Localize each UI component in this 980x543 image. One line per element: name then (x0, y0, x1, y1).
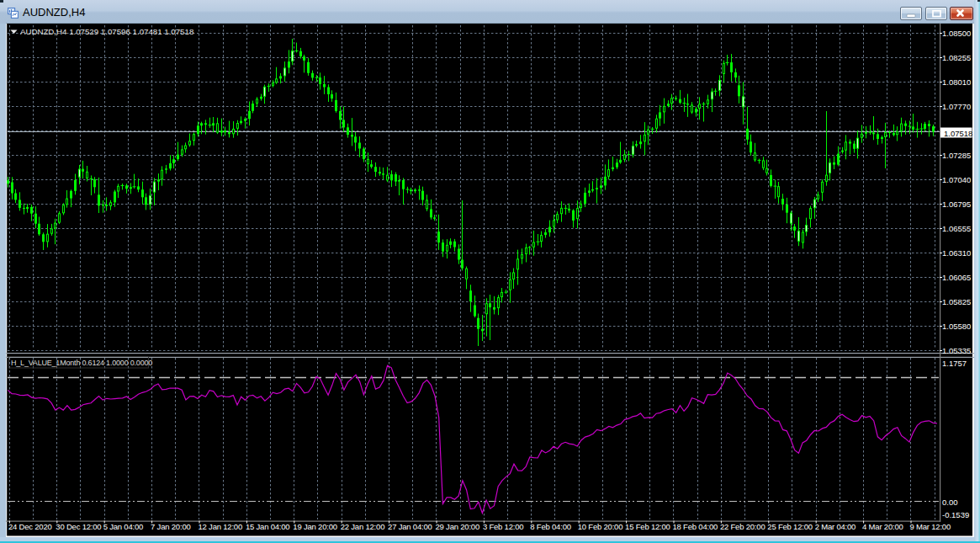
svg-text:1.05580: 1.05580 (942, 322, 971, 331)
svg-text:25 Feb 12:00: 25 Feb 12:00 (767, 522, 813, 531)
svg-text:1.06795: 1.06795 (942, 200, 971, 209)
svg-text:7 Jan 20:00: 7 Jan 20:00 (151, 522, 190, 531)
svg-text:1.08255: 1.08255 (942, 53, 971, 62)
svg-text:9 Mar 12:00: 9 Mar 12:00 (910, 522, 951, 531)
svg-text:22 Jan 12:00: 22 Jan 12:00 (341, 522, 385, 531)
svg-text:22 Feb 20:00: 22 Feb 20:00 (720, 522, 765, 531)
svg-text:1.07770: 1.07770 (942, 102, 971, 111)
svg-text:AUDNZD,H4 1.07529 1.07596 1.0: AUDNZD,H4 1.07529 1.07596 1.07481 1.0751… (20, 27, 193, 36)
svg-text:1.06065: 1.06065 (942, 273, 971, 282)
svg-text:H_L_VALUE_1Month 0.6124 1.0000: H_L_VALUE_1Month 0.6124 1.0000 0.0000 (11, 359, 152, 367)
svg-text:1.05825: 1.05825 (942, 297, 971, 306)
svg-text:0.00: 0.00 (942, 498, 958, 507)
svg-text:30 Dec 12:00: 30 Dec 12:00 (56, 522, 101, 531)
svg-text:1.08010: 1.08010 (942, 77, 971, 87)
svg-text:1.1757: 1.1757 (942, 359, 967, 368)
svg-text:1.07040: 1.07040 (942, 175, 971, 184)
svg-text:1.05335: 1.05335 (942, 346, 971, 355)
svg-text:18 Feb 04:00: 18 Feb 04:00 (673, 522, 718, 531)
svg-text:15 Feb 12:00: 15 Feb 12:00 (625, 522, 670, 531)
svg-text:24 Dec 2020: 24 Dec 2020 (8, 522, 52, 531)
svg-text:3 Feb 12:00: 3 Feb 12:00 (483, 522, 524, 531)
svg-text:4 Mar 20:00: 4 Mar 20:00 (862, 522, 903, 531)
svg-text:1.07518: 1.07518 (944, 129, 972, 138)
svg-text:1.07285: 1.07285 (942, 151, 971, 160)
svg-text:5 Jan 04:00: 5 Jan 04:00 (103, 522, 143, 531)
svg-text:2 Mar 04:00: 2 Mar 04:00 (815, 522, 856, 531)
svg-text:15 Jan 04:00: 15 Jan 04:00 (246, 522, 290, 531)
svg-text:12 Jan 12:00: 12 Jan 12:00 (199, 522, 243, 531)
svg-text:1.06555: 1.06555 (942, 224, 971, 233)
svg-text:29 Jan 20:00: 29 Jan 20:00 (436, 522, 480, 531)
svg-text:10 Feb 20:00: 10 Feb 20:00 (578, 522, 623, 531)
svg-text:8 Feb 04:00: 8 Feb 04:00 (530, 522, 571, 531)
svg-text:1.08500: 1.08500 (942, 29, 971, 38)
svg-text:19 Jan 20:00: 19 Jan 20:00 (293, 522, 337, 531)
svg-text:27 Jan 04:00: 27 Jan 04:00 (388, 522, 432, 531)
svg-text:1.06310: 1.06310 (942, 248, 971, 258)
svg-text:-0.1539: -0.1539 (942, 510, 969, 519)
